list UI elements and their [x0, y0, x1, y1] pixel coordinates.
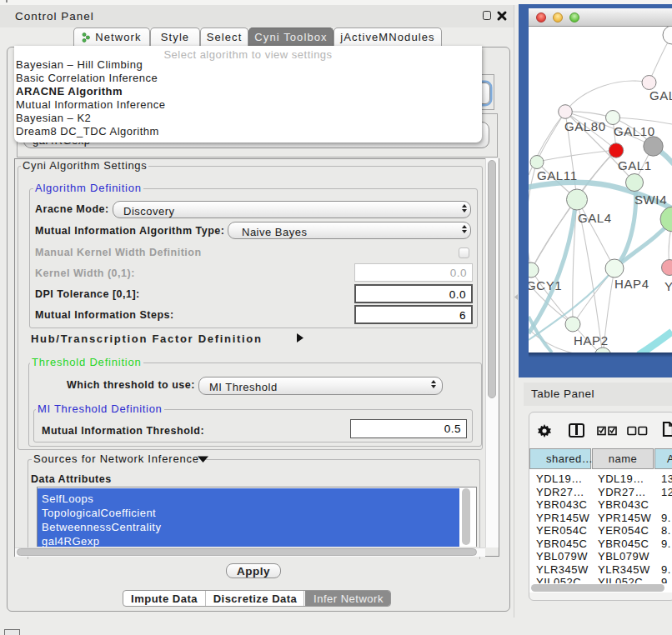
svg-text:GAL80: GAL80: [564, 119, 606, 133]
svg-text:GAL10: GAL10: [614, 124, 655, 138]
svg-text:GAL11: GAL11: [537, 168, 578, 182]
svg-text:HAP2: HAP2: [574, 333, 609, 348]
svg-text:GAL1: GAL1: [618, 158, 652, 172]
svg-text:HAP4: HAP4: [614, 277, 649, 291]
svg-text:GCY1: GCY1: [529, 278, 562, 292]
svg-text:GAL4: GAL4: [578, 211, 612, 225]
svg-text:GAL7: GAL7: [649, 88, 672, 102]
svg-text:SWI4: SWI4: [634, 192, 667, 207]
svg-text:Y: Y: [664, 279, 672, 293]
